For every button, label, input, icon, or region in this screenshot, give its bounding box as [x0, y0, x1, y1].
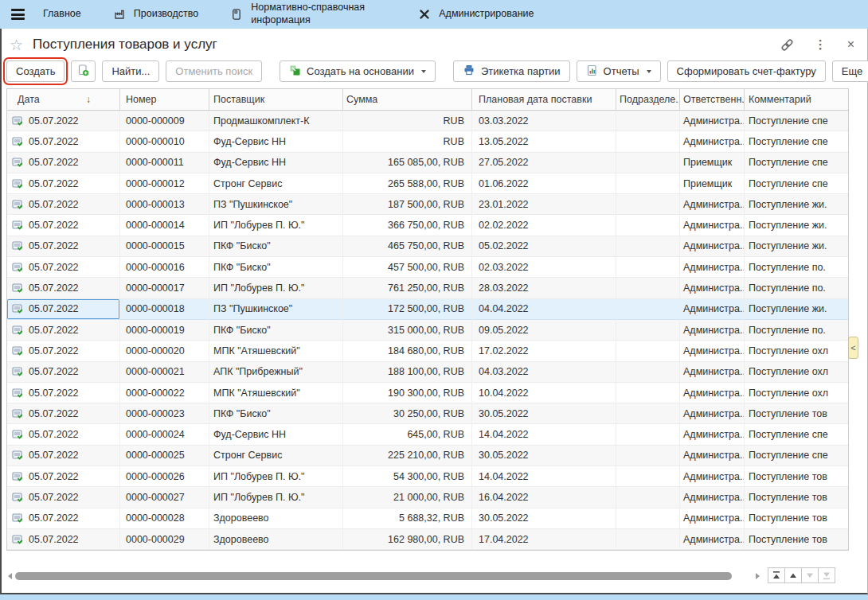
table-row[interactable]: 05.07.2022 0000-000018 ПЗ "Пушкинское" 1… [7, 299, 848, 320]
cell-sum: 54 300,00, RUB [343, 466, 472, 487]
table-row[interactable]: 05.07.2022 0000-000016 ПКФ "Биско" 457 5… [7, 257, 848, 278]
scroll-to-bottom-icon[interactable] [818, 567, 835, 583]
cell-sum: 457 500,00, RUB [343, 257, 472, 278]
table-row[interactable]: 05.07.2022 0000-000019 ПКФ "Биско" 315 0… [7, 320, 848, 341]
posted-document-icon [12, 240, 23, 251]
scrollbar-thumb[interactable] [15, 572, 732, 580]
side-panel-expander[interactable]: < [848, 337, 858, 359]
scroll-down-icon[interactable] [801, 567, 819, 583]
scroll-to-top-icon[interactable] [768, 567, 785, 583]
menu-item-production[interactable]: Производство [113, 8, 199, 21]
column-header-supplier[interactable]: Поставщик [209, 89, 343, 110]
generate-invoice-button[interactable]: Сформировать счет-фактуру [667, 60, 826, 82]
posted-document-icon [12, 282, 23, 294]
column-header-responsible[interactable]: Ответственн... [680, 89, 745, 110]
cell-comment: Поступление спе [745, 111, 848, 131]
cell-number: 0000-000011 [120, 153, 209, 173]
table-row[interactable]: 05.07.2022 0000-000015 ПКФ "Биско" 465 7… [7, 236, 848, 257]
cell-date: 05.07.2022 [7, 111, 120, 131]
column-header-comment[interactable]: Комментарий [745, 89, 848, 110]
cell-supplier: ПКФ "Биско" [209, 236, 343, 257]
cell-date: 05.07.2022 [7, 466, 120, 487]
scroll-right-icon[interactable] [756, 573, 760, 579]
cell-planned-date: 03.03.2022 [472, 111, 616, 131]
batch-label-button[interactable]: Этикетка партии [453, 60, 570, 82]
column-header-planned-date[interactable]: Плановая дата поставки [472, 89, 616, 110]
cell-comment: Поступление спе [745, 131, 848, 152]
toolbar: Создать Найти... Отменить поиск Создать … [2, 56, 867, 88]
table-row[interactable]: 05.07.2022 0000-000028 Здоровеево 5 688,… [7, 508, 848, 529]
star-icon[interactable]: ☆ [10, 37, 23, 53]
cell-supplier: ИП "Лобурев П. Ю." [209, 215, 343, 236]
cell-number: 0000-000026 [120, 466, 209, 487]
cell-sum: 465 750,00, RUB [343, 236, 472, 257]
scroll-up-icon[interactable] [784, 567, 802, 583]
new-document-button[interactable] [71, 60, 96, 82]
cell-department [616, 173, 680, 194]
find-button[interactable]: Найти... [102, 60, 159, 82]
cell-comment: Поступление по. [745, 278, 848, 298]
table-row[interactable]: 05.07.2022 0000-000010 Фуд-Сервис НН RUB… [7, 131, 848, 152]
table-row[interactable]: 05.07.2022 0000-000025 Стронг Сервис 225… [7, 446, 848, 466]
column-header-number[interactable]: Номер [120, 89, 209, 110]
column-header-sum[interactable]: Сумма [343, 89, 472, 110]
cell-sum: 225 210,00, RUB [343, 446, 472, 466]
table-row[interactable]: 05.07.2022 0000-000027 ИП "Лобурев П. Ю.… [7, 487, 848, 508]
cell-planned-date: 16.04.2022 [472, 487, 616, 508]
cell-comment: Поступление охл [745, 341, 848, 361]
table-row[interactable]: 05.07.2022 0000-000012 Стронг Сервис 265… [7, 173, 848, 194]
form-area: ☆ Поступления товаров и услуг ⋮ × Создат… [0, 29, 868, 594]
column-header-date[interactable]: Дата ↓ [7, 89, 120, 110]
cell-responsible: Администра... [680, 131, 745, 152]
table-row[interactable]: 05.07.2022 0000-000014 ИП "Лобурев П. Ю.… [7, 215, 848, 236]
horizontal-scrollbar[interactable] [8, 571, 760, 581]
kebab-icon[interactable]: ⋮ [815, 37, 827, 52]
main-menu-icon[interactable] [11, 9, 25, 20]
reports-button[interactable]: Отчеты [577, 60, 661, 82]
table-row[interactable]: 05.07.2022 0000-000024 Фуд-Сервис НН 645… [7, 424, 848, 445]
table-row[interactable]: 05.07.2022 0000-000017 ИП "Лобурев П. Ю.… [7, 278, 848, 298]
cell-supplier: Стронг Сервис [209, 173, 343, 194]
cell-date: 05.07.2022 [7, 529, 120, 550]
menu-item-reference-info[interactable]: Нормативно-справочная информация [230, 2, 386, 26]
cell-comment: Поступление жи. [745, 299, 848, 320]
posted-document-icon [12, 492, 23, 503]
cell-department [616, 424, 680, 445]
table-row[interactable]: 05.07.2022 0000-000021 АПК "Прибрежный" … [7, 362, 848, 383]
posted-document-icon [12, 429, 23, 440]
create-button[interactable]: Создать [6, 60, 65, 82]
cell-date: 05.07.2022 [7, 487, 120, 508]
table-row[interactable]: 05.07.2022 0000-000023 ПКФ "Биско" 30 25… [7, 403, 848, 424]
table-row[interactable]: 05.07.2022 0000-000013 ПЗ "Пушкинское" 1… [7, 194, 848, 215]
table-row[interactable]: 05.07.2022 0000-000026 ИП "Лобурев П. Ю.… [7, 466, 848, 487]
column-header-department[interactable]: Подразделе... [616, 89, 680, 110]
create-based-on-button[interactable]: Создать на основании [280, 60, 436, 82]
cell-department [616, 194, 680, 215]
table-row[interactable]: 05.07.2022 0000-000009 Продмашкомплект-К… [7, 111, 848, 131]
menu-item-main[interactable]: Главное [43, 8, 81, 21]
cell-supplier: Продмашкомплект-К [209, 111, 343, 131]
cell-planned-date: 05.02.2022 [472, 236, 616, 257]
table-row[interactable]: 05.07.2022 0000-000022 МПК "Атяшевский" … [7, 383, 848, 403]
cancel-search-button[interactable]: Отменить поиск [166, 60, 262, 82]
link-icon[interactable] [780, 38, 794, 52]
cell-sum: 366 750,00, RUB [343, 215, 472, 236]
cell-comment: Поступление спе [745, 153, 848, 173]
posted-document-icon [12, 408, 23, 419]
cell-date: 05.07.2022 [7, 508, 120, 529]
close-icon[interactable]: × [847, 37, 854, 52]
cell-number: 0000-000010 [120, 131, 209, 152]
cell-sum: 165 085,00, RUB [343, 153, 472, 173]
cell-supplier: Здоровеево [209, 529, 343, 550]
cell-responsible: Администра... [680, 215, 745, 236]
more-button[interactable]: Еще [832, 60, 868, 82]
table-row[interactable]: 05.07.2022 0000-000020 МПК "Атяшевский" … [7, 341, 848, 361]
table-row[interactable]: 05.07.2022 0000-000029 Здоровеево 162 98… [7, 529, 848, 550]
table-row[interactable]: 05.07.2022 0000-000011 Фуд-Сервис НН 165… [7, 153, 848, 173]
cell-planned-date: 01.06.2022 [472, 173, 616, 194]
menu-item-administration[interactable]: Администрирование [418, 8, 534, 21]
scroll-left-icon[interactable] [8, 573, 12, 579]
report-chart-icon [586, 64, 598, 79]
cell-responsible: Администра... [680, 320, 745, 341]
posted-document-icon [12, 178, 23, 189]
